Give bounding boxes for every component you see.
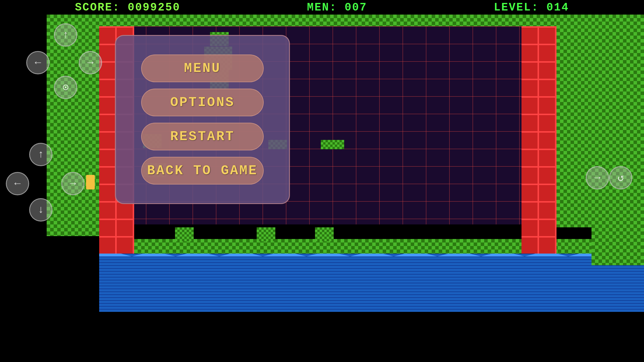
- control-down-button[interactable]: ↓: [29, 198, 52, 222]
- control-right-button[interactable]: →: [79, 51, 102, 74]
- control-left-button[interactable]: ←: [26, 51, 50, 74]
- control-up2-button[interactable]: ↑: [29, 143, 52, 166]
- score-display: SCORE: 0099250: [75, 1, 180, 14]
- deco-block-9: [257, 227, 275, 241]
- men-value: 007: [344, 1, 367, 14]
- border-right: [592, 15, 644, 265]
- men-display: MEN: 007: [307, 1, 367, 14]
- control-right2-button[interactable]: →: [61, 172, 85, 195]
- deco-block-8: [175, 227, 194, 241]
- spin-icon: ↺: [617, 171, 624, 184]
- restart-button[interactable]: RESTART: [141, 123, 264, 150]
- level-display: LEVEL: 014: [494, 1, 569, 14]
- up2-arrow-icon: ↑: [38, 149, 44, 161]
- score-label: SCORE:: [75, 1, 120, 14]
- control-up-button[interactable]: ↑: [54, 23, 77, 47]
- control-arrow-right-button[interactable]: →: [586, 166, 609, 189]
- control-target-button[interactable]: ⊙: [54, 76, 77, 99]
- right2-arrow-icon: →: [70, 178, 76, 190]
- water-area: [99, 254, 644, 312]
- level-label: LEVEL:: [494, 1, 539, 14]
- pause-menu-overlay: MENU OPTIONS RESTART BACK TO GAME: [115, 35, 290, 204]
- fence-right: [522, 26, 556, 254]
- border-top: [47, 15, 598, 26]
- up-arrow-icon: ↑: [62, 29, 69, 41]
- score-value: 0099250: [128, 1, 181, 14]
- deco-block-6: [321, 140, 344, 149]
- border-far-right: [556, 15, 592, 227]
- hud: SCORE: 0099250 MEN: 007 LEVEL: 014: [0, 0, 644, 15]
- level-value: 014: [547, 1, 569, 14]
- options-button[interactable]: OPTIONS: [141, 89, 264, 116]
- menu-button[interactable]: MENU: [141, 55, 264, 82]
- border-left: [47, 15, 99, 236]
- target-icon: ⊙: [62, 81, 69, 94]
- right-arrow-icon: →: [87, 57, 94, 69]
- game-area: SCORE: 0099250 MEN: 007 LEVEL: 014 ↑ ← →…: [0, 0, 644, 362]
- control-left2-button[interactable]: ←: [6, 172, 29, 195]
- back-to-game-button[interactable]: BACK TO GAME: [141, 157, 264, 184]
- left2-arrow-icon: ←: [14, 178, 21, 190]
- left-arrow-icon: ←: [35, 57, 41, 69]
- down-arrow-icon: ↓: [38, 204, 44, 216]
- deco-block-10: [315, 227, 334, 241]
- player-character: [86, 175, 95, 189]
- arrow-right-icon: →: [594, 172, 601, 184]
- men-label: MEN:: [307, 1, 337, 14]
- control-spin-button[interactable]: ↺: [609, 166, 632, 189]
